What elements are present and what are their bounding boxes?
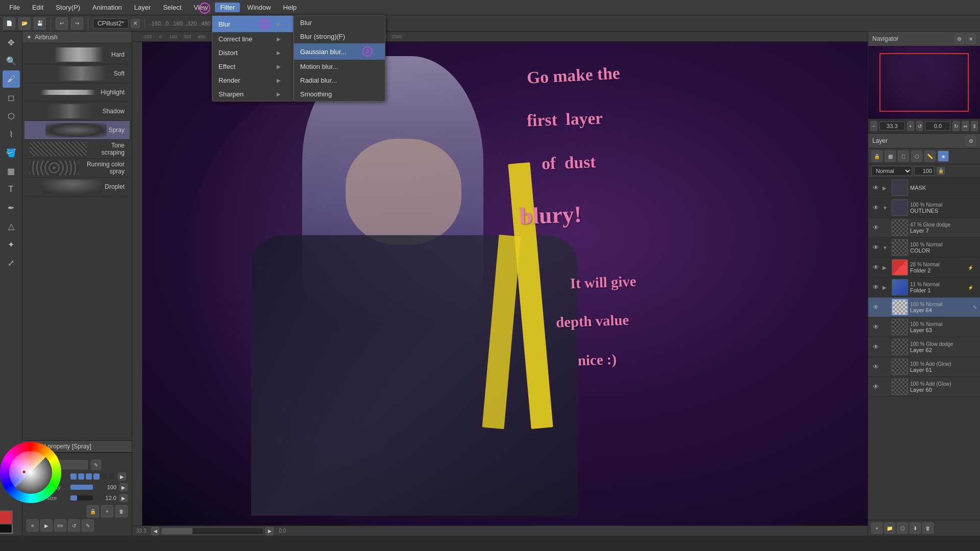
layer-outlines-expand[interactable]: ▼ — [883, 205, 890, 211]
filter-sharpen[interactable]: Sharpen ▶ — [212, 87, 293, 101]
gradient-tool[interactable]: ▦ — [3, 162, 20, 180]
menu-select[interactable]: Select — [158, 3, 186, 12]
brush-soft[interactable]: Soft — [24, 64, 130, 83]
layer-62[interactable]: 👁 100 % Glow dodge Layer 62 — [868, 337, 980, 357]
scroll-left-btn[interactable]: ◀ — [151, 527, 159, 535]
hardness-more-btn[interactable]: ▶ — [118, 472, 126, 481]
layer-folder1-expand[interactable]: ▶ — [883, 285, 890, 290]
opacity-lock-btn[interactable]: 🔒 — [937, 167, 945, 175]
menu-window[interactable]: Window — [242, 3, 276, 12]
brush-tool[interactable]: 🖌 — [3, 70, 20, 88]
layer-mask-expand[interactable]: ▶ — [883, 185, 890, 191]
filter-blur[interactable]: Blur 2 ▶ — [212, 16, 293, 32]
layer-outlines-vis[interactable]: 👁 — [871, 203, 880, 212]
layer-mask[interactable]: 👁 ▶ MASK — [868, 178, 980, 198]
layer-outlines[interactable]: 👁 ▼ 100 % Normal OUTLINES — [868, 198, 980, 218]
flip-v-btn[interactable]: ⇕ — [971, 121, 978, 131]
menu-layer[interactable]: Layer — [129, 3, 156, 12]
delete-layer-btn[interactable]: 🗑 — [922, 522, 934, 534]
h-dot-4[interactable] — [93, 473, 100, 480]
color-wheel[interactable] — [0, 442, 61, 503]
fg-color-swatch[interactable] — [0, 510, 13, 524]
filter-correct-line[interactable]: Correct line ▶ — [212, 32, 293, 46]
mask-btn[interactable]: ⬡ — [911, 151, 922, 162]
layer-60-vis[interactable]: 👁 — [871, 382, 880, 391]
particle-more-btn[interactable]: ▶ — [119, 494, 128, 502]
save-btn[interactable]: 💾 — [34, 17, 46, 30]
lasso-tool[interactable]: ⌇ — [3, 126, 20, 143]
menu-edit[interactable]: Edit — [27, 3, 48, 12]
layer-folder1-vis[interactable]: 👁 — [871, 283, 880, 292]
subtool-tb-3[interactable]: ≡≡ — [54, 519, 66, 532]
layer-63[interactable]: 👁 100 % Normal Layer 63 — [868, 317, 980, 337]
blur-gaussian[interactable]: Gaussian blur... 3 — [294, 43, 385, 60]
close-tab-btn[interactable]: ✕ — [131, 19, 140, 28]
new-mask-btn[interactable]: ⬡ — [897, 522, 908, 534]
undo-btn[interactable]: ↩ — [56, 17, 68, 30]
layer-61-vis[interactable]: 👁 — [871, 362, 880, 371]
layer-folder2[interactable]: 👁 ▶ 28 % Normal Folder 2 ⚡ — [868, 258, 980, 278]
clipping-btn[interactable]: ⎕ — [898, 151, 909, 162]
menu-file[interactable]: File — [4, 3, 25, 12]
ruler-btn[interactable]: 📏 — [924, 151, 936, 162]
pen-tool[interactable]: ✒ — [3, 199, 20, 216]
new-layer-btn[interactable]: + — [871, 522, 883, 534]
tool-edit-btn[interactable]: ✎ — [91, 460, 101, 470]
layer-62-vis[interactable]: 👁 — [871, 342, 880, 352]
filter-effect[interactable]: Effect ▶ — [212, 60, 293, 73]
layers-settings-btn[interactable]: ⚙ — [966, 136, 976, 146]
particle-bar[interactable] — [70, 495, 93, 500]
h-dot-6[interactable] — [109, 473, 115, 480]
nav-settings-btn[interactable]: ⚙ — [954, 34, 964, 44]
layer-opacity-input[interactable] — [914, 166, 935, 176]
density-more-btn[interactable]: ▶ — [119, 483, 128, 491]
text-tool[interactable]: T — [3, 181, 20, 198]
blur-smoothing[interactable]: Smoothing — [294, 87, 385, 101]
filter-render[interactable]: Render ▶ — [212, 73, 293, 87]
layer-color-vis[interactable]: 👁 — [871, 243, 880, 252]
scroll-right-btn[interactable]: ▶ — [265, 527, 274, 535]
layer-64[interactable]: 👁 100 % Normal Layer 64 ✎ — [868, 297, 980, 317]
subtool-tb-1[interactable]: ≡ — [27, 519, 39, 532]
lock-btn[interactable]: 🔒 — [87, 505, 99, 517]
layer-folder2-vis[interactable]: 👁 — [871, 263, 880, 272]
zoom-in-btn[interactable]: + — [907, 121, 914, 131]
eyedropper-tool[interactable]: ✦ — [3, 236, 20, 253]
h-dot-5[interactable] — [101, 473, 107, 480]
rotation-input[interactable] — [925, 121, 950, 131]
menu-help[interactable]: Help — [278, 3, 302, 12]
redo-btn[interactable]: ↪ — [71, 17, 83, 30]
blur-radial[interactable]: Radial blur... — [294, 73, 385, 87]
layer-folder2-expand[interactable]: ▶ — [883, 265, 890, 270]
rotate-cw-btn[interactable]: ↻ — [952, 121, 960, 131]
canvas-area[interactable]: -160 0 160 320 480 640 800 960 1120 1280… — [132, 32, 868, 536]
brush-highlight[interactable]: Highlight — [24, 83, 130, 102]
move-tool[interactable]: ✥ — [3, 34, 20, 51]
open-file-btn[interactable]: 📂 — [18, 17, 31, 30]
layer-mask-vis[interactable]: 👁 — [871, 183, 880, 192]
eraser-tool[interactable]: ◻ — [3, 89, 20, 106]
subtool-tb-2[interactable]: ▶ — [40, 519, 53, 532]
subtool-tb-4[interactable]: ↺ — [68, 519, 80, 532]
blur-strong[interactable]: Blur (strong)(F) — [294, 30, 385, 43]
rotate-ccw-btn[interactable]: ↺ — [916, 121, 923, 131]
layer-61[interactable]: 👁 100 % Add (Glow) Layer 61 — [868, 357, 980, 377]
zoom-tool[interactable]: 🔍 — [3, 52, 20, 69]
menu-story[interactable]: Story(P) — [51, 3, 85, 12]
add-btn[interactable]: + — [101, 505, 113, 517]
brush-hard[interactable]: Hard — [24, 45, 130, 64]
lock-all-btn[interactable]: 🔒 — [871, 151, 883, 162]
brush-running[interactable]: Running color spray — [24, 159, 130, 178]
select-tool[interactable]: ⬡ — [3, 107, 20, 124]
del-btn[interactable]: 🗑 — [115, 505, 128, 517]
new-file-btn[interactable]: 📄 — [3, 17, 15, 30]
shape-tool[interactable]: △ — [3, 217, 20, 235]
layer-folder1[interactable]: 👁 ▶ 11 % Normal Folder 1 ⚡ — [868, 278, 980, 297]
layer-60[interactable]: 👁 100 % Add (Glow) Layer 60 — [868, 377, 980, 397]
blur-motion[interactable]: Motion blur... — [294, 60, 385, 73]
merge-down-btn[interactable]: ⬇ — [910, 522, 921, 534]
filter-distort[interactable]: Distort ▶ — [212, 46, 293, 60]
canvas-content[interactable]: Go make the first layer of dust blury! I… — [142, 42, 868, 525]
h-dot-2[interactable] — [78, 473, 84, 480]
brush-spray[interactable]: Spray — [24, 121, 130, 140]
